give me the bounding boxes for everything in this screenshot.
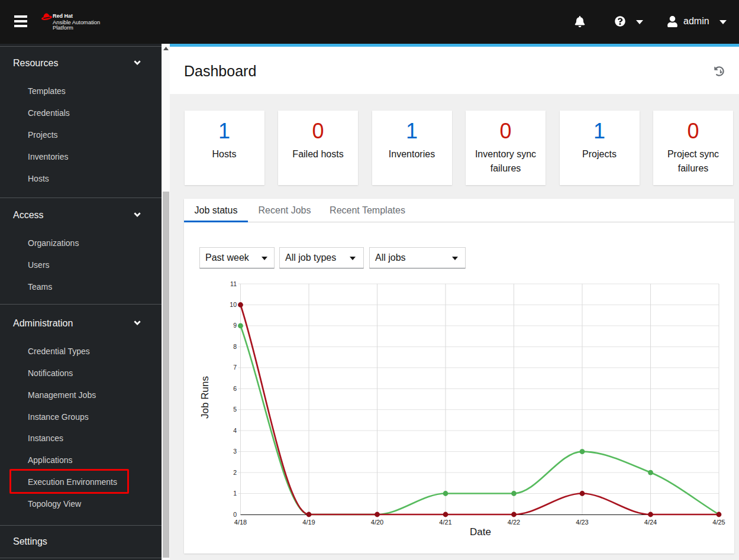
svg-text:2: 2 (233, 469, 237, 476)
svg-text:4: 4 (233, 427, 237, 434)
svg-text:4/24: 4/24 (644, 519, 657, 526)
svg-text:11: 11 (230, 280, 237, 287)
svg-text:1: 1 (233, 490, 237, 497)
svg-text:4/20: 4/20 (371, 519, 383, 526)
svg-text:8: 8 (233, 343, 237, 350)
svg-text:0: 0 (233, 511, 237, 518)
svg-text:4/21: 4/21 (439, 519, 451, 526)
svg-text:4/25: 4/25 (712, 519, 725, 526)
svg-text:6: 6 (233, 385, 237, 392)
svg-text:Job Runs: Job Runs (199, 376, 211, 419)
svg-text:4/19: 4/19 (302, 519, 315, 526)
svg-text:Date: Date (470, 526, 491, 538)
svg-text:4/23: 4/23 (576, 519, 588, 526)
svg-text:7: 7 (233, 364, 237, 371)
svg-text:3: 3 (233, 448, 237, 455)
svg-text:9: 9 (233, 322, 237, 329)
svg-text:5: 5 (233, 406, 237, 413)
svg-text:10: 10 (230, 301, 237, 308)
svg-text:4/18: 4/18 (234, 519, 247, 526)
svg-text:4/22: 4/22 (508, 519, 520, 526)
